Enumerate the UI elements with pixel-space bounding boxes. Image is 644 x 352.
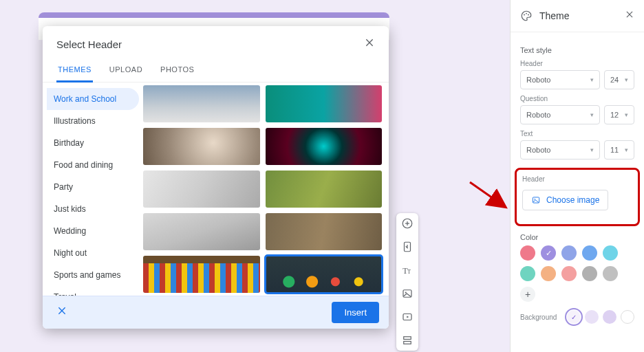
color-swatch[interactable] <box>520 266 535 281</box>
background-swatch[interactable] <box>621 310 634 324</box>
color-swatch[interactable] <box>561 245 577 261</box>
choose-image-label: Choose image <box>546 195 599 205</box>
background-swatch[interactable]: ✓ <box>567 310 581 324</box>
text-size-select[interactable]: 11 ▾ <box>604 140 634 160</box>
text-font-value: Roboto <box>526 146 550 154</box>
import-questions-icon[interactable] <box>401 241 414 253</box>
theme-panel-body: Text style Header Roboto ▾ 24 ▾ Question… <box>511 32 644 331</box>
category-item[interactable]: Work and School <box>47 88 139 110</box>
add-video-icon[interactable] <box>401 311 414 323</box>
thumbnail[interactable] <box>266 170 383 208</box>
svg-point-11 <box>405 292 407 293</box>
panel-close-icon[interactable] <box>625 10 634 22</box>
thumbnail[interactable] <box>143 256 260 293</box>
color-swatch[interactable] <box>582 245 597 261</box>
question-font-select[interactable]: Roboto ▾ <box>520 105 600 124</box>
theme-panel: Theme Text style Header Roboto ▾ 24 ▾ Qu… <box>510 0 644 352</box>
theme-panel-header: Theme <box>511 0 644 32</box>
header-font-select[interactable]: Roboto ▾ <box>520 70 600 89</box>
choose-image-button[interactable]: Choose image <box>522 190 608 210</box>
cancel-icon[interactable] <box>52 305 72 320</box>
check-icon: ✓ <box>571 314 577 321</box>
thumbnail[interactable] <box>266 213 383 250</box>
category-item[interactable]: Food and dining <box>47 154 139 176</box>
thumbnail-selected[interactable] <box>266 256 383 293</box>
chevron-down-icon: ▾ <box>590 76 594 83</box>
modal-body: Work and School Illustrations Birthday F… <box>43 82 389 296</box>
thumbnail[interactable] <box>143 85 260 122</box>
category-list: Work and School Illustrations Birthday F… <box>43 82 139 296</box>
thumbnail[interactable] <box>143 213 260 250</box>
modal-title: Select Header <box>56 38 122 50</box>
background-swatch[interactable] <box>603 310 616 324</box>
chevron-down-icon: ▾ <box>625 76 628 83</box>
chevron-down-icon: ▾ <box>590 111 594 118</box>
chevron-down-icon: ▾ <box>625 111 628 118</box>
palette-icon <box>520 10 533 22</box>
question-size-select[interactable]: 12 ▾ <box>604 105 634 124</box>
annotation-arrow <box>466 179 515 213</box>
question-font-label: Question <box>520 95 634 102</box>
add-title-icon[interactable]: TT <box>401 264 414 276</box>
insert-button[interactable]: Insert <box>332 302 379 323</box>
color-swatch[interactable] <box>603 245 618 261</box>
category-item[interactable]: Night out <box>47 242 139 264</box>
header-font-value: Roboto <box>526 76 550 84</box>
color-label: Color <box>520 233 634 241</box>
tab-upload[interactable]: UPLOAD <box>108 61 144 82</box>
image-icon <box>531 195 541 205</box>
color-swatch[interactable] <box>582 266 597 281</box>
add-image-icon[interactable] <box>401 287 414 300</box>
select-header-modal: Select Header THEMES UPLOAD PHOTOS Work … <box>43 26 389 329</box>
svg-rect-15 <box>404 342 411 344</box>
background-label: Background <box>520 314 557 321</box>
add-color-swatch[interactable]: + <box>520 287 535 302</box>
color-swatch[interactable] <box>603 266 618 281</box>
theme-color-grid: ✓+ <box>520 245 634 302</box>
question-font-value: Roboto <box>526 111 550 119</box>
close-icon[interactable] <box>364 37 375 52</box>
tab-themes[interactable]: THEMES <box>56 61 93 82</box>
header-size-select[interactable]: 24 ▾ <box>604 70 634 89</box>
background-swatch[interactable] <box>585 310 599 324</box>
svg-line-17 <box>470 182 504 206</box>
add-section-icon[interactable] <box>401 334 414 346</box>
forms-side-toolbar: TT <box>396 213 418 351</box>
category-item[interactable]: Party <box>47 176 139 198</box>
thumbnail[interactable] <box>266 128 383 165</box>
thumbnail[interactable] <box>143 128 260 165</box>
category-item[interactable]: Wedding <box>47 220 139 242</box>
svg-point-18 <box>524 14 525 16</box>
text-style-label: Text style <box>520 46 634 54</box>
color-swatch[interactable] <box>561 266 577 281</box>
thumbnail[interactable] <box>143 170 260 208</box>
svg-rect-14 <box>404 337 411 340</box>
text-font-select[interactable]: Roboto ▾ <box>520 140 600 160</box>
header-section-label: Header <box>522 175 632 183</box>
color-swatch[interactable] <box>520 245 535 261</box>
category-item[interactable]: Just kids <box>47 198 139 220</box>
header-font-label: Header <box>520 60 634 67</box>
color-swatch[interactable] <box>541 266 556 281</box>
category-item[interactable]: Travel <box>47 286 139 296</box>
modal-header: Select Header <box>43 26 389 54</box>
header-image-callout: Header Choose image <box>515 168 640 226</box>
background-swatches: ✓ <box>567 310 634 324</box>
add-question-icon[interactable] <box>401 217 414 230</box>
theme-panel-title: Theme <box>539 10 618 21</box>
thumbnail-gallery <box>139 82 389 296</box>
svg-text:T: T <box>407 269 411 275</box>
tab-photos[interactable]: PHOTOS <box>159 61 195 82</box>
category-item[interactable]: Illustrations <box>47 110 139 132</box>
svg-marker-13 <box>407 316 409 318</box>
color-swatch[interactable]: ✓ <box>541 245 556 261</box>
category-item[interactable]: Birthday <box>47 132 139 154</box>
modal-tabs: THEMES UPLOAD PHOTOS <box>43 54 389 82</box>
header-size-value: 24 <box>610 76 619 84</box>
thumbnail[interactable] <box>266 85 383 122</box>
category-item[interactable]: Sports and games <box>47 264 139 286</box>
text-size-value: 11 <box>610 146 619 154</box>
svg-point-24 <box>534 199 535 200</box>
svg-point-19 <box>526 13 527 14</box>
chevron-down-icon: ▾ <box>590 146 594 153</box>
